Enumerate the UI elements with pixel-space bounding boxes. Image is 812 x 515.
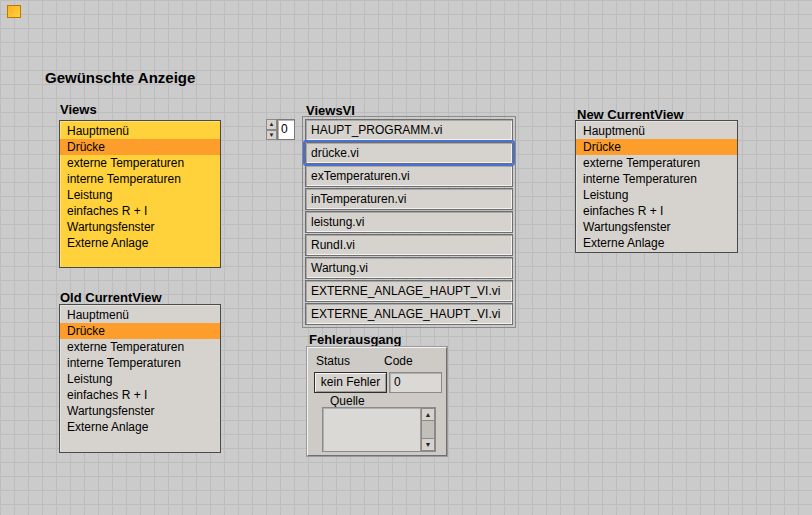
old-currentview-label: Old CurrentView — [60, 290, 162, 305]
new-currentview-item[interactable]: interne Temperaturen — [576, 171, 737, 187]
viewsvi-element[interactable]: exTemperaturen.vi — [305, 165, 513, 187]
scroll-down-button[interactable]: ▼ — [421, 438, 435, 451]
new-currentview-item[interactable]: Wartungsfenster — [576, 219, 737, 235]
views-listbox: Hauptmenü Drücke externe Temperaturen in… — [59, 120, 221, 268]
viewsvi-element[interactable]: leistung.vi — [305, 211, 513, 233]
old-currentview-item[interactable]: Hauptmenü — [60, 307, 220, 323]
viewsvi-element[interactable]: RundI.vi — [305, 234, 513, 256]
error-cluster: Status Code kein Fehler 0 Quelle ▲ ▼ — [307, 347, 447, 456]
viewsvi-element-focused[interactable]: drücke.vi — [305, 142, 513, 164]
down-arrow-icon: ▼ — [269, 132, 275, 138]
new-currentview-item[interactable]: externe Temperaturen — [576, 155, 737, 171]
views-item[interactable]: interne Temperaturen — [60, 171, 220, 187]
status-indicator: kein Fehler — [314, 372, 387, 393]
source-scrollbar[interactable]: ▲ ▼ — [420, 408, 435, 451]
viewsvi-array: HAUPT_PROGRAMM.vi drücke.vi exTemperatur… — [302, 116, 516, 328]
front-panel: Gewünschte Anzeige Views Hauptmenü Drück… — [0, 0, 812, 515]
viewsvi-element[interactable]: Wartung.vi — [305, 257, 513, 279]
array-index-value[interactable]: 0 — [277, 119, 295, 140]
scrollbar-thumb[interactable] — [421, 421, 435, 438]
status-label: Status — [316, 354, 350, 368]
old-currentview-item[interactable]: Externe Anlage — [60, 419, 220, 435]
old-currentview-item-selected[interactable]: Drücke — [60, 323, 220, 339]
new-currentview-item[interactable]: Hauptmenü — [576, 123, 737, 139]
up-arrow-icon: ▲ — [425, 411, 432, 418]
old-currentview-item[interactable]: Leistung — [60, 371, 220, 387]
old-currentview-item[interactable]: Wartungsfenster — [60, 403, 220, 419]
old-currentview-listbox: Hauptmenü Drücke externe Temperaturen in… — [59, 304, 221, 453]
views-label: Views — [60, 102, 97, 117]
viewsvi-element[interactable]: inTemperaturen.vi — [305, 188, 513, 210]
views-item[interactable]: Externe Anlage — [60, 235, 220, 251]
old-currentview-item[interactable]: externe Temperaturen — [60, 339, 220, 355]
new-currentview-item[interactable]: einfaches R + I — [576, 203, 737, 219]
code-label: Code — [384, 354, 413, 368]
new-currentview-listbox: Hauptmenü Drücke externe Temperaturen in… — [575, 120, 738, 253]
source-indicator: ▲ ▼ — [322, 407, 436, 452]
down-arrow-icon: ▼ — [425, 441, 432, 448]
array-index-control: ▲ ▼ 0 — [266, 119, 295, 140]
old-currentview-item[interactable]: einfaches R + I — [60, 387, 220, 403]
views-item[interactable]: einfaches R + I — [60, 203, 220, 219]
new-currentview-item[interactable]: Externe Anlage — [576, 235, 737, 251]
views-item[interactable]: Hauptmenü — [60, 123, 220, 139]
index-decrement-button[interactable]: ▼ — [266, 130, 277, 141]
viewsvi-element[interactable]: EXTERNE_ANLAGE_HAUPT_VI.vi — [305, 280, 513, 302]
code-indicator: 0 — [389, 372, 442, 393]
new-currentview-item[interactable]: Leistung — [576, 187, 737, 203]
quelle-label: Quelle — [330, 394, 365, 408]
viewsvi-element[interactable]: HAUPT_PROGRAMM.vi — [305, 119, 513, 141]
views-item-selected[interactable]: Drücke — [60, 139, 220, 155]
scroll-up-button[interactable]: ▲ — [421, 408, 435, 421]
views-item[interactable]: Wartungsfenster — [60, 219, 220, 235]
views-item[interactable]: Leistung — [60, 187, 220, 203]
up-arrow-icon: ▲ — [269, 121, 275, 127]
new-currentview-item-selected[interactable]: Drücke — [576, 139, 737, 155]
error-cluster-label: Fehlerausgang — [309, 332, 401, 347]
index-increment-button[interactable]: ▲ — [266, 119, 277, 130]
decoration-square — [7, 5, 21, 18]
page-title: Gewünschte Anzeige — [45, 69, 195, 86]
old-currentview-item[interactable]: interne Temperaturen — [60, 355, 220, 371]
views-item[interactable]: externe Temperaturen — [60, 155, 220, 171]
viewsvi-element[interactable]: EXTERNE_ANLAGE_HAUPT_VI.vi — [305, 303, 513, 325]
